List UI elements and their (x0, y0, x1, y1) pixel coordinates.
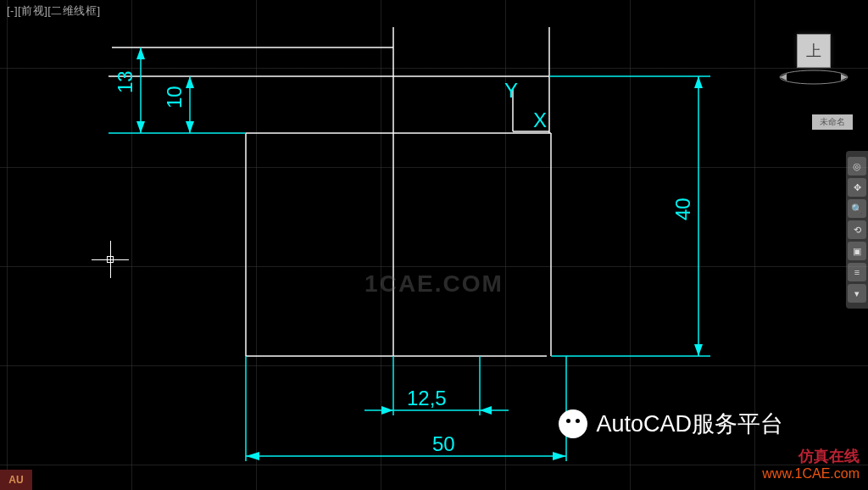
autodesk-logo: AU (0, 470, 32, 490)
svg-marker-15 (186, 76, 194, 88)
steering-wheel-button[interactable]: ◎ (848, 157, 866, 175)
dim-10: 10 (163, 86, 186, 109)
nav-badge[interactable]: 未命名 (812, 114, 853, 130)
svg-marker-20 (694, 76, 703, 88)
svg-point-32 (780, 70, 848, 84)
viewcube-compass[interactable] (776, 68, 851, 86)
axis-y-label: Y (504, 79, 518, 102)
svg-marker-25 (381, 406, 393, 415)
viewcube[interactable]: 上 (797, 34, 831, 68)
nav-arrow-button[interactable]: ▾ (848, 284, 866, 303)
showmotion-button[interactable]: ▣ (848, 242, 866, 260)
svg-marker-11 (136, 47, 145, 59)
svg-marker-21 (694, 344, 703, 356)
svg-marker-16 (186, 121, 194, 133)
orbit-button[interactable]: ⟲ (848, 220, 866, 239)
axis-x-label: X (533, 109, 547, 131)
svg-marker-31 (553, 452, 566, 460)
svg-marker-34 (841, 74, 848, 81)
pan-button[interactable]: ✥ (848, 178, 866, 197)
nav-settings-button[interactable]: ≡ (848, 263, 866, 281)
svg-marker-12 (136, 121, 145, 133)
navigation-bar: ◎ ✥ 🔍 ⟲ ▣ ≡ ▾ (846, 151, 868, 309)
svg-marker-33 (780, 74, 787, 81)
zoom-button[interactable]: 🔍 (848, 199, 866, 218)
dim-40: 40 (671, 198, 694, 220)
cad-drawing[interactable]: X Y 13 10 40 12,5 50 (0, 0, 868, 490)
dim-13: 13 (114, 70, 136, 93)
svg-marker-30 (246, 452, 259, 460)
dim-50: 50 (432, 432, 455, 455)
dim-12-5: 12,5 (407, 387, 447, 409)
svg-marker-26 (480, 406, 492, 415)
